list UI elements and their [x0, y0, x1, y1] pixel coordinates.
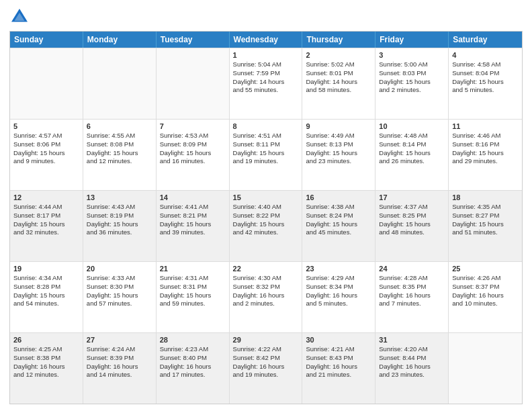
cell-info-line: and 58 minutes.	[306, 86, 371, 95]
cell-info-line: Sunrise: 4:49 AM	[306, 132, 371, 140]
cell-info-line: and 29 minutes.	[452, 157, 519, 166]
calendar-day-11: 11Sunrise: 4:46 AMSunset: 8:16 PMDayligh…	[449, 120, 522, 190]
cell-info-line: Sunrise: 4:21 AM	[306, 345, 371, 354]
calendar-day-2: 2Sunrise: 5:02 AMSunset: 8:01 PMDaylight…	[302, 48, 375, 119]
cell-info-line: Sunrise: 4:24 AM	[87, 345, 152, 354]
day-number: 12	[13, 193, 79, 201]
cell-info-line: and 32 minutes.	[13, 228, 79, 237]
calendar-day-29: 29Sunrise: 4:22 AMSunset: 8:42 PMDayligh…	[230, 333, 303, 404]
cell-info-line: Sunrise: 4:43 AM	[87, 203, 152, 212]
calendar-empty-cell	[10, 48, 83, 119]
day-number: 4	[452, 51, 519, 59]
calendar-day-24: 24Sunrise: 4:28 AMSunset: 8:35 PMDayligh…	[375, 262, 449, 332]
calendar-day-9: 9Sunrise: 4:49 AMSunset: 8:13 PMDaylight…	[302, 120, 375, 190]
cell-info-line: Daylight: 15 hours	[379, 220, 445, 229]
cell-info-line: Sunrise: 4:48 AM	[379, 132, 445, 140]
cell-info-line: and 23 minutes.	[379, 371, 445, 379]
day-number: 13	[87, 193, 152, 201]
cell-info-line: and 59 minutes.	[160, 300, 226, 308]
cell-info-line: Daylight: 15 hours	[233, 220, 299, 229]
calendar-day-10: 10Sunrise: 4:48 AMSunset: 8:14 PMDayligh…	[375, 120, 449, 190]
calendar-day-8: 8Sunrise: 4:51 AMSunset: 8:11 PMDaylight…	[230, 120, 303, 190]
day-number: 20	[87, 265, 152, 273]
cell-info-line: Sunrise: 4:40 AM	[233, 203, 299, 212]
cell-info-line: Daylight: 15 hours	[452, 220, 519, 229]
calendar-empty-cell	[83, 48, 157, 119]
cell-info-line: Sunset: 8:16 PM	[452, 140, 519, 149]
cell-info-line: Daylight: 14 hours	[233, 78, 299, 87]
cell-info-line: and 54 minutes.	[13, 300, 79, 308]
cell-info-line: Sunrise: 4:20 AM	[379, 345, 445, 354]
cell-info-line: and 5 minutes.	[306, 300, 371, 308]
day-number: 2	[306, 51, 371, 59]
calendar-header-row: SundayMondayTuesdayWednesdayThursdayFrid…	[10, 32, 522, 48]
cell-info-line: Sunrise: 4:38 AM	[306, 203, 371, 212]
day-number: 16	[306, 193, 371, 201]
cell-info-line: Daylight: 15 hours	[452, 149, 519, 158]
day-number: 25	[452, 265, 519, 273]
cell-info-line: Daylight: 15 hours	[379, 149, 445, 158]
cell-info-line: Sunset: 8:28 PM	[13, 283, 79, 291]
cell-info-line: Sunset: 8:04 PM	[452, 69, 519, 78]
cell-info-line: Daylight: 16 hours	[233, 363, 299, 371]
cell-info-line: Sunrise: 4:35 AM	[452, 203, 519, 212]
cell-info-line: Sunrise: 4:33 AM	[87, 274, 152, 283]
cell-info-line: Sunrise: 4:41 AM	[160, 203, 226, 212]
cell-info-line: Sunset: 8:17 PM	[13, 212, 79, 220]
calendar-day-21: 21Sunrise: 4:31 AMSunset: 8:31 PMDayligh…	[157, 262, 230, 332]
cell-info-line: Daylight: 15 hours	[160, 220, 226, 229]
calendar-day-13: 13Sunrise: 4:43 AMSunset: 8:19 PMDayligh…	[83, 191, 157, 261]
cell-info-line: Daylight: 15 hours	[13, 220, 79, 229]
calendar-day-18: 18Sunrise: 4:35 AMSunset: 8:27 PMDayligh…	[449, 191, 522, 261]
cell-info-line: Sunrise: 5:02 AM	[306, 60, 371, 69]
cell-info-line: and 57 minutes.	[87, 300, 152, 308]
cell-info-line: Sunset: 8:13 PM	[306, 140, 371, 149]
day-number: 30	[306, 336, 371, 344]
calendar-day-3: 3Sunrise: 5:00 AMSunset: 8:03 PMDaylight…	[375, 48, 449, 119]
cell-info-line: Daylight: 15 hours	[160, 149, 226, 158]
day-number: 23	[306, 265, 371, 273]
day-number: 9	[306, 122, 371, 130]
cell-info-line: and 12 minutes.	[87, 157, 152, 166]
day-number: 18	[452, 193, 519, 201]
cell-info-line: Daylight: 16 hours	[379, 363, 445, 371]
cell-info-line: Sunrise: 4:23 AM	[160, 345, 226, 354]
day-number: 7	[160, 122, 226, 130]
cell-info-line: Sunrise: 5:04 AM	[233, 60, 299, 69]
cell-info-line: Daylight: 16 hours	[306, 363, 371, 371]
cell-info-line: and 5 minutes.	[452, 86, 519, 95]
calendar-day-27: 27Sunrise: 4:24 AMSunset: 8:39 PMDayligh…	[83, 333, 157, 404]
day-number: 1	[233, 51, 299, 59]
page: SundayMondayTuesdayWednesdayThursdayFrid…	[0, 0, 532, 411]
day-number: 17	[379, 193, 445, 201]
calendar-week-2: 5Sunrise: 4:57 AMSunset: 8:06 PMDaylight…	[10, 119, 522, 190]
calendar-day-22: 22Sunrise: 4:30 AMSunset: 8:32 PMDayligh…	[230, 262, 303, 332]
cell-info-line: Sunrise: 4:25 AM	[13, 345, 79, 354]
cell-info-line: Sunrise: 4:46 AM	[452, 132, 519, 140]
header-day-sunday: Sunday	[10, 32, 83, 48]
day-number: 31	[379, 336, 445, 344]
cell-info-line: Sunset: 8:25 PM	[379, 212, 445, 220]
cell-info-line: Daylight: 16 hours	[13, 363, 79, 371]
day-number: 24	[379, 265, 445, 273]
calendar-day-28: 28Sunrise: 4:23 AMSunset: 8:40 PMDayligh…	[157, 333, 230, 404]
cell-info-line: and 2 minutes.	[379, 86, 445, 95]
cell-info-line: and 45 minutes.	[306, 228, 371, 237]
calendar-day-25: 25Sunrise: 4:26 AMSunset: 8:37 PMDayligh…	[449, 262, 522, 332]
header-day-thursday: Thursday	[302, 32, 375, 48]
cell-info-line: and 42 minutes.	[233, 228, 299, 237]
cell-info-line: Daylight: 14 hours	[306, 78, 371, 87]
cell-info-line: Sunset: 8:40 PM	[160, 354, 226, 363]
cell-info-line: Sunrise: 4:37 AM	[379, 203, 445, 212]
cell-info-line: Daylight: 15 hours	[306, 149, 371, 158]
calendar-day-15: 15Sunrise: 4:40 AMSunset: 8:22 PMDayligh…	[230, 191, 303, 261]
calendar-day-1: 1Sunrise: 5:04 AMSunset: 7:59 PMDaylight…	[230, 48, 303, 119]
cell-info-line: Sunrise: 4:22 AM	[233, 345, 299, 354]
day-number: 15	[233, 193, 299, 201]
cell-info-line: Sunset: 8:39 PM	[87, 354, 152, 363]
cell-info-line: Sunset: 8:09 PM	[160, 140, 226, 149]
cell-info-line: Daylight: 16 hours	[452, 291, 519, 300]
cell-info-line: and 9 minutes.	[13, 157, 79, 166]
cell-info-line: Sunrise: 4:51 AM	[233, 132, 299, 140]
cell-info-line: Daylight: 15 hours	[87, 291, 152, 300]
